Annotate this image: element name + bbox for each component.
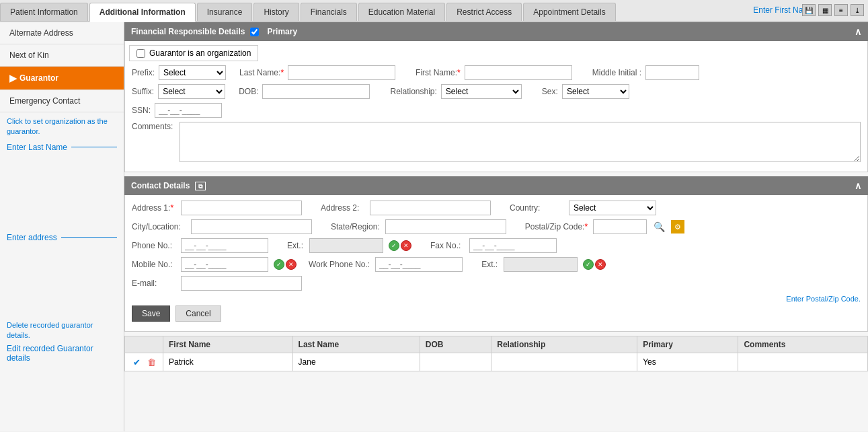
col-primary: Primary — [637, 336, 738, 353]
relationship-select[interactable]: Select — [441, 84, 522, 99]
postal-input[interactable] — [593, 219, 647, 234]
state-label: State/Region: — [331, 222, 380, 231]
ext2-red-icon[interactable]: ✕ — [595, 259, 606, 270]
address1-input[interactable] — [181, 201, 302, 215]
comments-textarea[interactable] — [180, 122, 861, 162]
country-label: Country: — [510, 203, 563, 213]
work-phone-label: Work Phone No.: — [309, 260, 370, 269]
row-primary: Yes — [637, 353, 738, 371]
list-icon[interactable]: ≡ — [834, 4, 848, 16]
contact-collapse-icon[interactable]: ∧ — [855, 180, 861, 191]
work-phone-input[interactable] — [375, 257, 463, 272]
suffix-label: Suffix: — [132, 87, 154, 96]
grid-icon[interactable]: ▦ — [818, 4, 832, 16]
middle-initial-label: Middle Initial : — [592, 68, 641, 77]
dob-label: DOB: — [239, 87, 258, 96]
suffix-select[interactable]: Select — [158, 84, 225, 99]
col-actions — [125, 336, 163, 353]
fax-input[interactable] — [469, 238, 557, 253]
sex-label: Sex: — [542, 87, 558, 96]
ssn-input[interactable] — [155, 103, 222, 118]
prefix-label: Prefix: — [132, 68, 155, 77]
org-hint[interactable]: Click to set organization as the guarant… — [0, 112, 124, 141]
export-icon[interactable]: ⤓ — [851, 4, 864, 16]
enter-last-name-hint: Enter Last Name — [0, 141, 124, 157]
comments-label: Comments: — [132, 122, 173, 131]
postal-gear-btn[interactable]: ⚙ — [671, 220, 684, 233]
middle-initial-input[interactable] — [645, 65, 699, 80]
ext2-green-icon[interactable]: ✓ — [583, 259, 594, 270]
mobile-green-icon[interactable]: ✓ — [274, 259, 284, 270]
tab-history[interactable]: History — [253, 3, 299, 21]
col-first-name: First Name — [163, 336, 293, 353]
financial-collapse-icon[interactable]: ∧ — [855, 26, 861, 37]
prefix-select[interactable]: Select — [159, 65, 226, 80]
first-name-input[interactable] — [465, 65, 572, 80]
phone-input[interactable] — [181, 238, 268, 253]
dob-input[interactable] — [262, 84, 370, 99]
sidebar-item-guarantor[interactable]: ▶ Guarantor — [0, 67, 124, 90]
cancel-button[interactable]: Cancel — [175, 305, 221, 322]
delete-hint[interactable]: Delete recorded guarantor details. — [0, 315, 124, 343]
content-area: Financial Responsible Details Primary ∧ … — [124, 22, 868, 431]
ssn-label: SSN: — [132, 106, 151, 115]
financial-section-title: Financial Responsible Details — [131, 27, 245, 36]
primary-checkbox[interactable] — [250, 28, 259, 36]
mobile-label: Mobile No.: — [132, 260, 175, 269]
contact-section-header: Contact Details ⧉ ∧ — [124, 176, 868, 195]
mobile-input[interactable] — [181, 257, 268, 272]
copy-contact-icon[interactable]: ⧉ — [195, 182, 206, 190]
guarantor-org-area: Guarantor is an organization — [129, 45, 258, 61]
sidebar-item-emergency-contact[interactable]: Emergency Contact — [0, 90, 124, 112]
relationship-label: Relationship: — [390, 87, 436, 96]
tab-insurance[interactable]: Insurance — [197, 3, 253, 21]
contact-section: Contact Details ⧉ ∧ Address 1:* Address … — [124, 176, 868, 332]
enter-address-hint: Enter address — [0, 231, 124, 248]
last-name-input[interactable] — [288, 65, 395, 80]
ext2-input[interactable] — [504, 257, 578, 272]
address-hint-line — [61, 237, 117, 238]
tab-patient-info[interactable]: Patient Information — [0, 3, 88, 21]
postal-search-btn[interactable]: 🔍 — [652, 220, 666, 233]
sidebar-item-next-of-kin[interactable]: Next of Kin — [0, 44, 124, 67]
row-delete-btn[interactable]: 🗑 — [145, 356, 157, 368]
row-first-name: Patrick — [163, 353, 293, 371]
postal-hint: Enter Postal/Zip Code. — [132, 295, 861, 303]
save-icon[interactable]: 💾 — [802, 4, 816, 16]
ext2-label: Ext.: — [481, 260, 498, 269]
email-label: E-mail: — [132, 279, 175, 288]
edit-hint[interactable]: Edit recorded Guarantor details — [0, 343, 124, 368]
guarantor-arrow: ▶ — [9, 73, 17, 83]
ext-input[interactable] — [309, 238, 383, 253]
table-row: ✔ 🗑 Patrick Jane Yes — [125, 353, 868, 371]
row-relationship — [491, 353, 637, 371]
last-name-label: Last Name:* — [239, 68, 284, 77]
address2-label: Address 2: — [321, 203, 364, 213]
ext-red-icon[interactable]: ✕ — [401, 240, 411, 251]
ext-green-icon[interactable]: ✓ — [389, 240, 399, 251]
primary-label: Primary — [267, 27, 297, 36]
email-input[interactable] — [181, 276, 302, 291]
address2-input[interactable] — [370, 201, 491, 215]
row-edit-btn[interactable]: ✔ — [130, 356, 143, 368]
guarantor-org-checkbox[interactable] — [136, 49, 145, 58]
col-comments: Comments — [738, 336, 868, 353]
country-select[interactable]: Select — [569, 201, 656, 215]
financial-section: Financial Responsible Details Primary ∧ … — [124, 22, 868, 172]
tab-financials[interactable]: Financials — [301, 3, 357, 21]
tab-education-material[interactable]: Education Material — [358, 3, 445, 21]
row-actions-cell: ✔ 🗑 — [125, 353, 163, 371]
mobile-red-icon[interactable]: ✕ — [286, 259, 297, 270]
guarantor-table: First Name Last Name DOB Relationship Pr… — [124, 336, 868, 371]
tab-additional-info[interactable]: Additional Information — [89, 3, 196, 22]
state-input[interactable] — [385, 219, 506, 234]
tab-appointment-details[interactable]: Appointment Details — [523, 3, 615, 21]
city-input[interactable] — [191, 219, 312, 234]
postal-label: Postal/Zip Code:* — [525, 222, 588, 231]
col-last-name: Last Name — [292, 336, 420, 353]
ext-label: Ext.: — [287, 241, 304, 250]
tab-restrict-access[interactable]: Restrict Access — [446, 3, 522, 21]
save-button[interactable]: Save — [132, 305, 170, 322]
sidebar-item-alternate-address[interactable]: Alternate Address — [0, 22, 124, 44]
sex-select[interactable]: Select — [562, 84, 629, 99]
